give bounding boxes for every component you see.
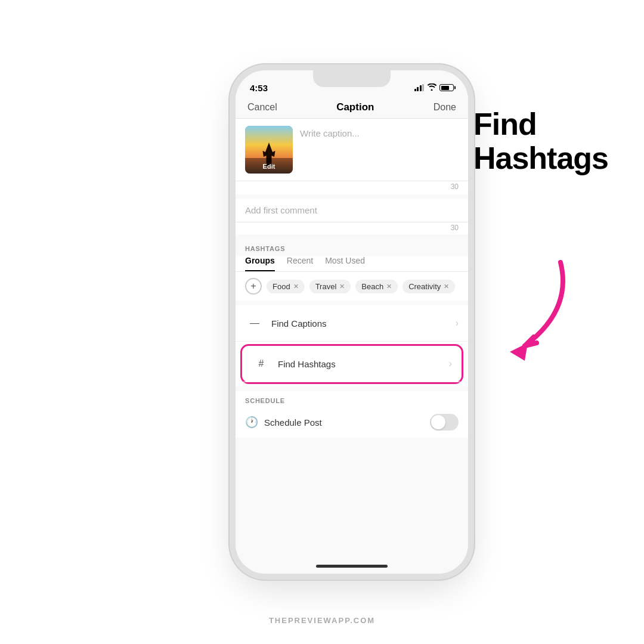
image-edit-overlay[interactable]: Edit bbox=[245, 158, 293, 174]
find-captions-label: Find Captions bbox=[271, 318, 456, 329]
phone-notch bbox=[313, 70, 391, 87]
wifi-icon bbox=[427, 83, 436, 92]
annotation-line1: Find bbox=[473, 107, 608, 141]
tag-creativity[interactable]: Creativity ✕ bbox=[402, 280, 455, 293]
caption-char-count: 30 bbox=[236, 181, 468, 194]
tag-beach-label: Beach bbox=[361, 282, 383, 291]
remove-food-button[interactable]: ✕ bbox=[293, 283, 299, 290]
nav-bar: Cancel Caption Done bbox=[236, 97, 468, 119]
find-captions-icon: — bbox=[245, 314, 264, 333]
ai-section: — Find Captions › # Find Hashtags › bbox=[236, 305, 468, 386]
schedule-row: 🕐 Schedule Post bbox=[236, 407, 468, 438]
comment-placeholder: Add first comment bbox=[245, 205, 317, 215]
schedule-toggle[interactable] bbox=[430, 414, 459, 431]
page: 4:53 Cancel Caption bbox=[0, 0, 644, 644]
annotation-line2: Hashtags bbox=[473, 141, 608, 175]
app-content: Cancel Caption Done Edit Write caption..… bbox=[236, 97, 468, 574]
find-hashtags-item[interactable]: # Find Hashtags › bbox=[242, 346, 462, 382]
tag-travel-label: Travel bbox=[315, 282, 337, 291]
nav-title: Caption bbox=[336, 101, 374, 113]
done-button[interactable]: Done bbox=[434, 102, 456, 113]
tag-food[interactable]: Food ✕ bbox=[267, 280, 305, 293]
find-hashtags-chevron: › bbox=[449, 358, 452, 369]
find-captions-chevron: › bbox=[456, 318, 459, 329]
annotation-title: Find Hashtags bbox=[473, 107, 608, 175]
tag-beach[interactable]: Beach ✕ bbox=[355, 280, 398, 293]
clock-icon: 🕐 bbox=[245, 416, 258, 429]
caption-image[interactable]: Edit bbox=[245, 126, 293, 174]
remove-beach-button[interactable]: ✕ bbox=[386, 283, 392, 290]
tab-recent[interactable]: Recent bbox=[287, 256, 313, 271]
status-icons bbox=[414, 83, 454, 92]
tag-creativity-label: Creativity bbox=[408, 282, 441, 291]
watermark: THEPREVIEWAPP.COM bbox=[269, 616, 375, 625]
find-hashtags-highlighted-container: # Find Hashtags › bbox=[240, 344, 463, 384]
edit-label: Edit bbox=[263, 163, 275, 170]
remove-creativity-button[interactable]: ✕ bbox=[444, 283, 449, 290]
hashtag-tags-row: + Food ✕ Travel ✕ Beach ✕ Creativity bbox=[236, 272, 468, 301]
arrow-svg bbox=[465, 250, 584, 370]
caption-placeholder[interactable]: Write caption... bbox=[300, 126, 459, 174]
find-hashtags-label: Find Hashtags bbox=[278, 359, 449, 369]
tab-groups[interactable]: Groups bbox=[245, 256, 275, 271]
comment-char-count: 30 bbox=[236, 222, 468, 234]
cancel-button[interactable]: Cancel bbox=[247, 102, 277, 113]
hashtags-section: HASHTAGS Groups Recent Most Used + Food … bbox=[236, 239, 468, 301]
phone-mockup: 4:53 Cancel Caption bbox=[236, 70, 468, 574]
signal-icon bbox=[414, 84, 425, 91]
svg-marker-0 bbox=[510, 343, 528, 361]
schedule-section: SCHEDULE 🕐 Schedule Post bbox=[236, 391, 468, 438]
tab-most-used[interactable]: Most Used bbox=[325, 256, 365, 271]
schedule-post-label: Schedule Post bbox=[264, 417, 424, 428]
status-time: 4:53 bbox=[250, 83, 268, 93]
comment-area[interactable]: Add first comment bbox=[236, 199, 468, 222]
hashtag-icon: # bbox=[252, 354, 271, 373]
home-indicator bbox=[316, 565, 388, 568]
battery-icon bbox=[439, 84, 454, 91]
tag-food-label: Food bbox=[273, 282, 290, 291]
toggle-knob bbox=[431, 415, 445, 429]
find-captions-item[interactable]: — Find Captions › bbox=[236, 305, 468, 342]
tag-travel[interactable]: Travel ✕ bbox=[309, 280, 351, 293]
remove-travel-button[interactable]: ✕ bbox=[339, 283, 345, 290]
caption-area: Edit Write caption... bbox=[236, 119, 468, 181]
right-annotation: Find Hashtags bbox=[473, 107, 608, 175]
schedule-section-label: SCHEDULE bbox=[236, 391, 468, 407]
arrow-annotation bbox=[465, 250, 584, 370]
hashtags-label: HASHTAGS bbox=[236, 239, 468, 256]
hashtag-tabs: Groups Recent Most Used bbox=[236, 256, 468, 272]
add-tag-button[interactable]: + bbox=[245, 278, 262, 295]
